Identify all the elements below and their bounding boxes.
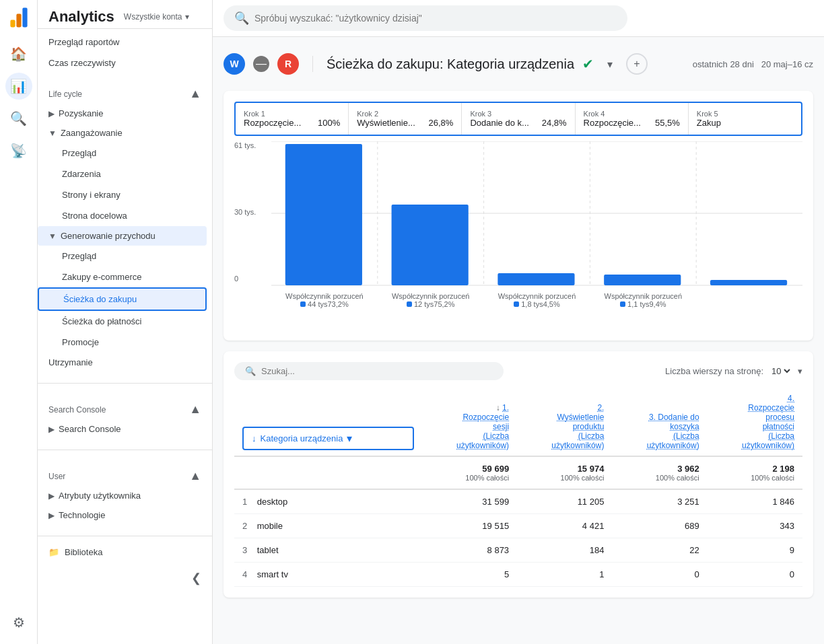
funnel-section: Krok 1 Rozpoczęcie... 100% Krok 2 Wyświe…	[224, 91, 813, 341]
page-title: Ścieżka do zakupu: Kategoria urządzenia	[327, 57, 574, 72]
table-search-icon: 🔍	[245, 366, 256, 376]
bar-dot-3	[514, 301, 519, 307]
search-bar-container[interactable]: 🔍	[224, 5, 627, 31]
sidebar-item-landing[interactable]: Strona docelowa	[38, 205, 207, 226]
funnel-chart: 61 tys. 30 tys. 0	[234, 141, 802, 330]
search-console-header[interactable]: Search Console ▲	[38, 394, 212, 419]
step-name-2: Wyświetlenie...	[357, 118, 415, 128]
left-nav: 🏠 📊 🔍 📡 ⚙	[0, 0, 38, 644]
y-label-bottom: 0	[234, 275, 271, 283]
sort-arrow: ↓	[252, 433, 256, 443]
sidebar-item-search-console[interactable]: ▶ Search Console	[38, 419, 212, 439]
sidebar-item-mon-overview[interactable]: Przegląd	[38, 246, 207, 266]
funnel-step-1: Krok 1 Rozpoczęcie... 100%	[236, 103, 349, 135]
sidebar-item-realtime[interactable]: Czas rzeczywisty	[38, 52, 212, 73]
sidebar-item-retention[interactable]: Utrzymanie	[38, 353, 212, 372]
funnel-step-3: Krok 3 Dodanie do k... 24,8%	[462, 103, 575, 135]
step-label-5: Krok 5	[697, 110, 793, 118]
funnel-bars-svg	[271, 141, 802, 286]
sidebar-item-acquisition[interactable]: ▶ Pozyskanie	[38, 104, 212, 123]
sidebar-item-pages[interactable]: Strony i ekrany	[38, 184, 207, 205]
user-section: User ▲ ▶ Atrybuty użytkownika ▶ Technolo…	[38, 456, 212, 530]
add-comparison-btn[interactable]: +	[626, 53, 648, 75]
expand-icon: ▶	[48, 425, 55, 434]
sidebar-item-engagement-overview[interactable]: Przegląd	[38, 143, 207, 164]
totals-row: 59 699 100% całości 15 974 100% całości …	[234, 456, 802, 489]
col-3-header[interactable]: 3. Dodanie dokoszyka(Liczbaużytkowników)	[612, 388, 707, 456]
col-1-header[interactable]: ↓ 1.Rozpoczęciesesji(Liczbaużytkowników)	[422, 388, 517, 456]
sidebar-item-overview[interactable]: Przegląd raportów	[38, 32, 212, 52]
table-row: 2 mobile 19 515 4 421 689 343	[234, 514, 802, 538]
y-axis: 61 tys. 30 tys. 0	[234, 141, 271, 283]
avatar-r[interactable]: R	[277, 53, 299, 75]
search-input[interactable]	[254, 13, 617, 24]
analytics-title: Analytics	[48, 8, 114, 26]
explore-nav-icon[interactable]: 🔍	[5, 105, 32, 132]
table-row: 4 smart tv 5 1 0 0	[234, 563, 802, 587]
user-section-header[interactable]: User ▲	[38, 461, 212, 486]
step-label-2: Krok 2	[357, 110, 453, 118]
col-4-header[interactable]: 4.Rozpoczęcieprocesupłatności(Liczbaużyt…	[708, 388, 802, 456]
search-icon: 🔍	[234, 11, 249, 26]
sidebar-divider-1	[38, 383, 212, 384]
funnel-step-5: Krok 5 Zakup	[689, 103, 801, 135]
avatar-w[interactable]: W	[224, 53, 245, 75]
bar-dot-4	[620, 301, 625, 307]
reports-nav-icon[interactable]: 📊	[5, 73, 32, 100]
table-search-input[interactable]	[261, 366, 374, 376]
y-label-top: 61 tys.	[234, 141, 271, 149]
funnel-step-2: Krok 2 Wyświetlenie... 26,8%	[349, 103, 462, 135]
rows-per-page: Liczba wierszy na stronę: 10 25 50 ▾	[665, 365, 802, 377]
sidebar-item-library[interactable]: 📁 Biblioteka	[38, 542, 212, 563]
sidebar-item-checkout-journey[interactable]: Ścieżka do płatności	[38, 311, 207, 332]
avatar-minus[interactable]: —	[253, 56, 269, 72]
home-nav-icon[interactable]: 🏠	[5, 40, 32, 67]
lifecycle-section-header[interactable]: Life cycle ▲	[38, 79, 212, 104]
sidebar-collapse-btn[interactable]: ❮	[191, 571, 201, 585]
sidebar-item-monetization[interactable]: ▼ Generowanie przychodu	[38, 226, 207, 246]
advertising-nav-icon[interactable]: 📡	[5, 137, 32, 164]
top-bar: 🔍	[213, 0, 824, 37]
bar-dot-2	[407, 301, 412, 307]
table-row: 3 tablet 8 873 184 22 9	[234, 538, 802, 563]
search-console-expand-icon: ▲	[189, 402, 201, 417]
settings-nav-icon[interactable]: ⚙	[5, 609, 32, 636]
dropdown-arrow-btn[interactable]: ▾	[599, 53, 621, 75]
svg-rect-11	[392, 205, 469, 285]
sidebar-item-promotions[interactable]: Promocje	[38, 332, 207, 353]
svg-rect-2	[22, 8, 27, 28]
expand-icon: ▶	[48, 511, 55, 520]
library-icon: 📁	[48, 547, 59, 557]
google-analytics-logo[interactable]	[7, 5, 31, 30]
expand-icon: ▼	[48, 231, 57, 241]
sidebar-item-purchase-journey[interactable]: Ścieżka do zakupu	[38, 287, 207, 311]
step-label-3: Krok 3	[470, 110, 566, 118]
lifecycle-expand-icon: ▲	[189, 87, 201, 101]
table-row: 1 desktop 31 599 11 205 3 251 1 846	[234, 489, 802, 514]
dropdown-chevron: ▾	[347, 432, 352, 445]
dropdown-icon: ▾	[798, 366, 802, 376]
funnel-step-4: Krok 4 Rozpoczęcie... 55,5%	[576, 103, 689, 135]
sidebar-item-tech[interactable]: ▶ Technologie	[38, 505, 212, 525]
sidebar-item-events[interactable]: Zdarzenia	[38, 164, 207, 184]
bar-footer-2: Współczynnik porzuceń 12 tys75,2%	[378, 289, 484, 330]
col-category[interactable]: ↓ Kategoria urządzenia ▾	[234, 388, 422, 456]
step-pct-1: 100%	[318, 118, 340, 128]
sidebar-item-user-attrs[interactable]: ▶ Atrybuty użytkownika	[38, 486, 212, 505]
table-search[interactable]: 🔍	[234, 362, 504, 380]
col-2-header[interactable]: 2.Wyświetlenieproduktu(Liczbaużytkownikó…	[517, 388, 612, 456]
lifecycle-section: Life cycle ▲ ▶ Pozyskanie ▼ Zaangażowani…	[38, 73, 212, 378]
total-col-3: 3 962 100% całości	[612, 456, 707, 489]
category-dropdown[interactable]: ↓ Kategoria urządzenia ▾	[242, 427, 414, 450]
y-label-mid: 30 tys.	[234, 208, 271, 216]
sidebar-item-ecommerce[interactable]: Zakupy e-commerce	[38, 266, 207, 287]
all-accounts-btn[interactable]: Wszystkie konta ▾	[124, 12, 189, 22]
table-toolbar: 🔍 Liczba wierszy na stronę: 10 25 50 ▾	[234, 362, 802, 380]
sidebar-item-engagement[interactable]: ▼ Zaangażowanie	[38, 123, 212, 143]
step-name-3: Dodanie do k...	[470, 118, 528, 128]
sidebar-divider-2	[38, 450, 212, 450]
svg-rect-0	[10, 20, 15, 28]
total-col-1: 59 699 100% całości	[422, 456, 517, 489]
rows-per-page-select[interactable]: 10 25 50	[769, 365, 792, 377]
bar-footer-3: Współczynnik porzuceń 1,8 tys4,5%	[484, 289, 590, 330]
